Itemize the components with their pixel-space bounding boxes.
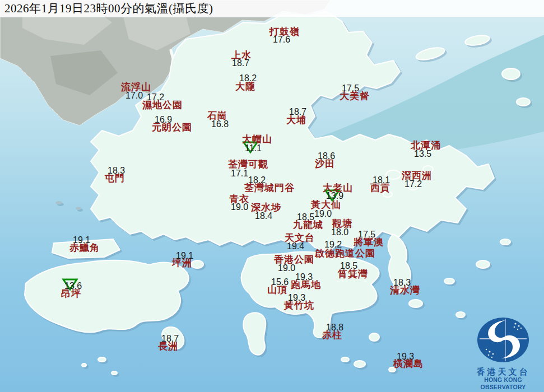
station-temperature: 19.1 xyxy=(73,236,90,244)
station-temperature: 18.6 xyxy=(318,152,335,160)
station-name: 啟德跑道公園 xyxy=(315,249,375,258)
station-temperature: 17.6 xyxy=(273,35,290,44)
hko-logo-icon xyxy=(476,317,530,365)
station-temperature: 19.1 xyxy=(176,251,193,260)
station-temperature: 18.7 xyxy=(289,108,306,116)
station-temperature: 15.6 xyxy=(271,278,289,286)
hko-logo-english-name: HONG KONG OBSERVATORY xyxy=(463,376,543,391)
station-name: 大帽山 xyxy=(242,134,272,144)
hko-logo-chinese-name: 香港天文台 xyxy=(463,367,543,376)
station-temperature: 13.5 xyxy=(414,150,431,158)
station-name: 黃大仙 xyxy=(311,200,341,209)
station-temperature: 18.2 xyxy=(239,74,257,82)
station-temperature: 19.0 xyxy=(314,209,332,218)
land-lamma-island xyxy=(243,312,266,354)
station-name: 大埔 xyxy=(286,115,306,125)
map-title: 2026年1月19日23時00分的氣溫(攝氏度) xyxy=(4,1,213,16)
land-lantau-island xyxy=(25,260,189,333)
station-temperature: 18.7 xyxy=(232,59,249,67)
station-temperature: 18.8 xyxy=(326,323,343,332)
station-temperature: 19.0 xyxy=(278,264,295,272)
station-temperature: 17.2 xyxy=(147,93,164,101)
station-temperature: 17.2 xyxy=(404,180,422,188)
title-bar: 2026年1月19日23時00分的氣溫(攝氏度) xyxy=(0,0,544,17)
temperature-map: 2026年1月19日23時00分的氣溫(攝氏度) 打鼓嶺17.6上水18.7大隴… xyxy=(0,0,544,392)
station-temperature: 18.0 xyxy=(331,228,348,236)
station-temperature: 19.3 xyxy=(397,352,414,361)
station-temperature: 16.9 xyxy=(155,115,172,124)
station-temperature: 16.8 xyxy=(211,120,229,128)
station-temperature: 19.2 xyxy=(324,240,342,249)
station-temperature: 19.0 xyxy=(231,203,248,211)
station-temperature: 18.3 xyxy=(393,278,411,287)
station-temperature: 18.4 xyxy=(255,212,272,220)
station-name: 筲箕灣 xyxy=(338,269,368,279)
station-temperature: 17.0 xyxy=(125,91,143,100)
station-temperature: 18.7 xyxy=(161,334,179,343)
station-temperature: 18.3 xyxy=(108,166,125,175)
station-temperature: 19.4 xyxy=(287,242,304,250)
station-temperature: 18.1 xyxy=(373,176,390,184)
station-temperature: 19.3 xyxy=(295,273,313,281)
station-temperature: 11.1 xyxy=(245,144,262,152)
station-temperature: 17.1 xyxy=(231,169,248,178)
station-temperature: 13.9 xyxy=(326,192,343,200)
station-temperature: 18.2 xyxy=(248,176,266,184)
station-temperature: 18.5 xyxy=(340,262,357,270)
station-name: 大隴 xyxy=(235,82,255,91)
hong-kong-map xyxy=(0,0,544,392)
station-temperature: 17.5 xyxy=(342,84,359,92)
hko-logo: 香港天文台 HONG KONG OBSERVATORY xyxy=(463,317,543,391)
station-name: 荃灣可觀 xyxy=(228,160,268,169)
station-temperature: 13.6 xyxy=(64,282,82,290)
station-temperature: 18.5 xyxy=(297,213,314,221)
station-temperature: 17.5 xyxy=(358,230,375,239)
station-temperature: 19.3 xyxy=(288,293,305,302)
